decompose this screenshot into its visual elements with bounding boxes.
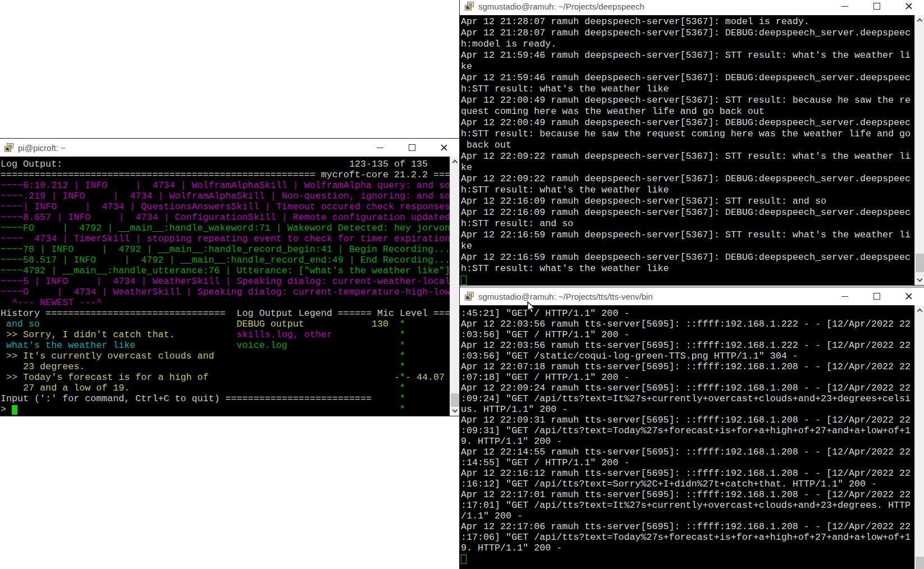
terminal-line: Apr 12 22:16:12 ramuh tts-server[5695]: …: [461, 468, 914, 479]
titlebar[interactable]: sgmustadio@ramuh: ~/Projects/tts/tts-ven…: [460, 287, 924, 305]
minimize-icon: [841, 296, 848, 297]
maximize-button[interactable]: [396, 139, 428, 157]
scroll-up-arrow[interactable]: [915, 15, 924, 25]
window-controls: [829, 287, 924, 305]
window-picroft: pi@picroft: ~ Log Output: 123-135 of 135…: [0, 138, 460, 416]
terminal-line: ~~~~6:10.212 | INFO | 4734 | WolframAlph…: [1, 180, 450, 191]
terminal-line: ~~~~FO | 4792 | __main__:handle_wakeword…: [1, 223, 450, 233]
chevron-down-icon: [917, 277, 923, 282]
scroll-thumb[interactable]: [451, 393, 459, 407]
close-button[interactable]: [893, 0, 924, 15]
titlebar[interactable]: sgmustadio@ramuh: ~/Projects/deepspeech: [460, 0, 924, 15]
terminal-line: :03:56] "GET /static/coqui-log-green-TTS…: [461, 351, 914, 361]
terminal-output-deepspeech[interactable]: Apr 12 21:28:07 ramuh deepspeech-server[…: [460, 15, 914, 285]
terminal-line: h:STT result: because he saw the request…: [461, 129, 914, 140]
terminal-line: ~~~~ 4734 | TimerSkill | stopping repeat…: [1, 233, 450, 244]
scroll-down-arrow[interactable]: [915, 276, 924, 285]
terminal-line: 9. HTTP/1.1" 200 -: [461, 543, 914, 553]
minimize-button[interactable]: [829, 287, 861, 305]
terminal-cursor: [461, 554, 466, 564]
chevron-up-icon: [917, 309, 923, 314]
terminal-line: back out: [461, 140, 914, 151]
terminal-output-tts[interactable]: :45:21] "GET / HTTP/1.1" 200 -Apr 12 22:…: [460, 305, 914, 569]
titlebar[interactable]: pi@picroft: ~: [0, 139, 460, 157]
window-deepspeech: sgmustadio@ramuh: ~/Projects/deepspeech …: [459, 0, 924, 286]
close-icon: [905, 292, 913, 300]
window-tts: sgmustadio@ramuh: ~/Projects/tts/tts-ven…: [459, 287, 924, 569]
scroll-up-arrow[interactable]: [915, 305, 924, 315]
terminal-line: Log Output: 123-135 of 135: [1, 159, 450, 169]
terminal-line: Apr 12 22:00:49 ramuh deepspeech-server[…: [461, 117, 914, 129]
terminal-line: ~~~~.219 | INFO | 4734 | WolframAlphaSki…: [1, 191, 450, 201]
scroll-thumb[interactable]: [916, 254, 924, 272]
terminal-line: :09:31] "GET /api/tts?text=Today%27s+for…: [461, 425, 914, 436]
terminal-line: :17:06] "GET /api/tts?text=Today%27s+for…: [461, 532, 914, 543]
terminal-line: Apr 12 22:16:59 ramuh deepspeech-server[…: [461, 252, 914, 263]
terminal-output-picroft[interactable]: Log Output: 123-135 of 135==============…: [0, 157, 450, 416]
scroll-thumb[interactable]: [916, 557, 924, 569]
chevron-up-icon: [452, 160, 458, 166]
terminal-line: Apr 12 22:16:09 ramuh deepspeech-server[…: [461, 207, 914, 218]
terminal-line: >> Today's forecast is for a high of -*-…: [1, 372, 450, 383]
desktop: { "palette": { "fg": "#d6d6d6", "w": "#c…: [0, 0, 924, 569]
terminal-line: and so DEBUG output 130 *: [1, 319, 450, 329]
scrollbar[interactable]: [914, 305, 924, 569]
close-button[interactable]: [893, 287, 924, 305]
terminal-line: 9. HTTP/1.1" 200 -: [461, 436, 914, 447]
terminal-line: Apr 12 22:14:55 ramuh tts-server[5695]: …: [461, 447, 914, 457]
terminal-line: h:STT result: and so: [461, 218, 914, 230]
terminal-line: Apr 12 22:09:31 ramuh tts-server[5695]: …: [461, 415, 914, 425]
terminal-line: Apr 12 22:17:01 ramuh tts-server[5695]: …: [461, 489, 914, 500]
terminal-line: History ================================…: [1, 308, 450, 319]
terminal-line: us. HTTP/1.1" 200 -: [461, 404, 914, 415]
terminal-line: Apr 12 22:07:18 ramuh tts-server[5695]: …: [461, 361, 914, 372]
maximize-button[interactable]: [861, 287, 893, 305]
terminal-line: h:STT result: what's the weather like: [461, 185, 914, 196]
terminal-line: Apr 12 22:09:24 ramuh tts-server[5695]: …: [461, 383, 914, 393]
terminal-line: :16:12] "GET /api/tts?text=Sorry%2C+I+di…: [461, 479, 914, 489]
chevron-down-icon: [452, 407, 458, 413]
terminal-line: [461, 274, 914, 285]
terminal-line: h:STT result: what's the weather like: [461, 263, 914, 274]
terminal-line: Apr 12 22:03:56 ramuh tts-server[5695]: …: [461, 319, 914, 329]
terminal-line: Apr 12 22:16:09 ramuh deepspeech-server[…: [461, 196, 914, 207]
terminal-line: 27 and a low of 19. *: [1, 383, 450, 393]
terminal-line: Apr 12 22:09:22 ramuh deepspeech-server[…: [461, 173, 914, 185]
maximize-icon: [409, 144, 415, 151]
minimize-button[interactable]: [829, 0, 861, 15]
minimize-icon: [841, 6, 848, 7]
scroll-up-arrow[interactable]: [450, 157, 460, 166]
minimize-button[interactable]: [364, 139, 396, 157]
scrollbar[interactable]: [914, 15, 924, 285]
terminal-line: ~~~~58.517 | INFO | 4792 | __main__:hand…: [1, 255, 450, 265]
terminal-line: Apr 12 22:00:49 ramuh deepspeech-server[…: [461, 95, 914, 106]
window-title: sgmustadio@ramuh: ~/Projects/tts/tts-ven…: [478, 292, 653, 301]
scrollbar[interactable]: [450, 157, 460, 416]
terminal-line: Apr 12 22:17:06 ramuh tts-server[5695]: …: [461, 521, 914, 532]
maximize-icon: [873, 3, 880, 10]
putty-icon: [4, 143, 14, 153]
close-button[interactable]: [428, 139, 460, 157]
window-controls: [364, 139, 460, 157]
terminal-line: h:model is ready.: [461, 39, 914, 50]
terminal-line: what's the weather like voice.log *: [1, 340, 450, 351]
terminal-cursor: [12, 405, 17, 415]
terminal-line: >> Sorry, I didn't catch that. skills.lo…: [1, 329, 450, 340]
close-icon: [905, 2, 913, 10]
terminal-line: Apr 12 22:16:59 ramuh deepspeech-server[…: [461, 230, 914, 241]
terminal-line: :45:21] "GET / HTTP/1.1" 200 -: [461, 308, 914, 319]
terminal-line: 23 degrees. *: [1, 361, 450, 372]
window-title: pi@picroft: ~: [18, 143, 66, 153]
terminal-line: :03:56] "GET / HTTP/1.1" 200 -: [461, 329, 914, 340]
terminal-line: /1.1" 200 -: [461, 511, 914, 521]
maximize-button[interactable]: [861, 0, 893, 15]
putty-icon: [464, 291, 474, 301]
terminal-line: :07:18] "GET / HTTP/1.1" 200 -: [461, 372, 914, 383]
scroll-down-arrow[interactable]: [450, 406, 460, 416]
terminal-line: >> It's currently overcast clouds and *: [1, 351, 450, 361]
terminal-line: ~~~~| INFO | 4734 | QuestionsAnswersSkil…: [1, 201, 450, 212]
terminal-line: Apr 12 22:03:56 ramuh tts-server[5695]: …: [461, 340, 914, 351]
terminal-line: ke: [461, 61, 914, 72]
terminal-line: Apr 12 21:28:07 ramuh deepspeech-server[…: [461, 27, 914, 39]
terminal-line: Apr 12 22:09:22 ramuh deepspeech-server[…: [461, 151, 914, 162]
